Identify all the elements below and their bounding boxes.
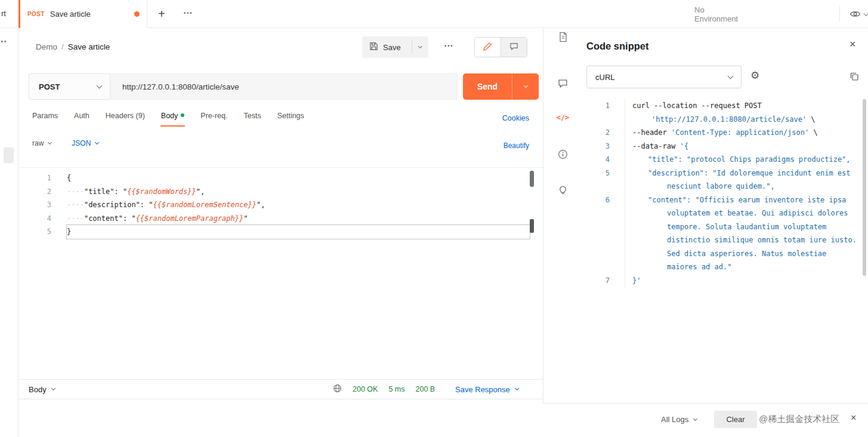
editor-scrollbar-thumb[interactable] <box>530 171 534 187</box>
snippet-scrollbar-thumb[interactable] <box>863 99 866 276</box>
code-line: 6"content": "Officiis earum inventore is… <box>582 193 860 274</box>
body-type-value: raw <box>32 139 44 147</box>
snippet-code[interactable]: 1curl --location --request POST 'http://… <box>582 99 860 287</box>
method-value: POST <box>39 82 97 91</box>
context-bar: </> <box>543 28 582 403</box>
watermark-close-icon[interactable]: × <box>851 413 856 423</box>
edit-comment-segmented-control <box>474 37 527 57</box>
chevron-down-icon <box>863 10 868 16</box>
snippet-lines: 1curl --location --request POST 'http://… <box>582 99 860 287</box>
code-snippet-panel: Code snippet × cURL ⚙ 1curl --location -… <box>582 28 868 403</box>
line-number: 5 <box>18 225 51 239</box>
sidebar-more-icon[interactable]: ••• <box>0 38 8 45</box>
code-snippet-icon[interactable]: </> <box>543 113 582 122</box>
line-content: } <box>67 225 530 239</box>
chevron-down-icon <box>693 416 697 420</box>
line-number: 4 <box>18 212 51 226</box>
body-format-select[interactable]: JSON <box>72 139 98 147</box>
snippet-language-select[interactable]: cURL <box>586 66 742 88</box>
line-number: 3 <box>18 198 51 212</box>
documentation-icon[interactable] <box>543 32 582 42</box>
method-select[interactable]: POST <box>29 73 110 100</box>
code-line: 2····"title": "{{$randomWords}}", <box>18 185 543 199</box>
save-response-button[interactable]: Save Response <box>455 385 518 394</box>
send-options-button[interactable] <box>512 73 539 100</box>
lightbulb-icon[interactable] <box>543 184 582 195</box>
chevron-down-icon <box>95 140 99 144</box>
snippet-language-value: cURL <box>595 73 728 82</box>
line-number: 6 <box>582 193 625 274</box>
save-button[interactable]: Save <box>362 42 412 53</box>
line-number: 5 <box>582 167 625 193</box>
unsaved-indicator-dot <box>134 11 140 17</box>
body-editor[interactable]: 1{2····"title": "{{$randomWords}}",3····… <box>18 167 543 379</box>
tab-auth[interactable]: Auth <box>74 112 89 127</box>
response-body-label: Body <box>29 385 47 394</box>
tab-settings[interactable]: Settings <box>277 112 304 127</box>
edit-request-button[interactable] <box>475 38 501 57</box>
comment-button[interactable] <box>501 38 527 57</box>
info-icon[interactable] <box>543 149 582 159</box>
all-logs-label: All Logs <box>661 415 688 424</box>
response-body-select[interactable]: Body <box>29 385 55 394</box>
tab-body[interactable]: Body <box>161 112 185 127</box>
code-line: 2--header 'Content-Type: application/jso… <box>582 126 860 140</box>
request-more-actions-icon[interactable]: ••• <box>444 43 453 49</box>
request-tabs: Params Auth Headers (9) Body Pre-req. Te… <box>32 112 304 130</box>
code-line: 3--data-raw '{ <box>582 140 860 153</box>
line-number: 1 <box>582 99 625 126</box>
new-tab-button[interactable]: + <box>158 6 165 21</box>
sidebar-scrollbar-thumb[interactable] <box>4 147 14 163</box>
code-line: 4····"content": "{{$randomLoremParagraph… <box>18 212 543 226</box>
chevron-down-icon <box>51 386 55 390</box>
tab-tests[interactable]: Tests <box>243 112 261 127</box>
save-response-label: Save Response <box>455 385 510 394</box>
chevron-down-icon <box>515 386 519 390</box>
tabbar-more-icon[interactable]: ••• <box>184 10 193 16</box>
environment-eye-icon[interactable] <box>850 8 861 22</box>
line-content: { <box>67 171 543 185</box>
clipped-sidebar-text: rt <box>1 9 6 18</box>
save-options-button[interactable] <box>412 47 428 48</box>
left-sidebar-clipped: ••• <box>0 28 18 437</box>
tab-pre-request[interactable]: Pre-req. <box>200 112 227 127</box>
environment-selector[interactable]: No Environment <box>694 0 868 28</box>
save-button-group: Save <box>362 36 428 58</box>
copy-snippet-icon[interactable] <box>850 72 859 84</box>
response-status: 200 OK <box>353 385 378 393</box>
url-value: http://127.0.0.1:8080/article/save <box>122 82 239 91</box>
breadcrumb-separator: / <box>61 42 64 51</box>
editor-scrollbar-marker[interactable] <box>530 219 534 233</box>
body-present-dot <box>181 113 184 117</box>
line-content: curl --location --request POST 'http://1… <box>625 99 860 126</box>
breadcrumb-request: Save article <box>68 42 110 51</box>
save-button-label: Save <box>383 43 401 52</box>
line-number: 4 <box>582 153 625 167</box>
line-number: 2 <box>582 126 625 140</box>
close-panel-icon[interactable]: × <box>850 38 856 51</box>
snippet-settings-icon[interactable]: ⚙ <box>750 69 759 82</box>
send-button[interactable]: Send <box>463 73 512 100</box>
tab-params[interactable]: Params <box>32 112 58 127</box>
line-number: 3 <box>582 140 625 153</box>
code-line: 1curl --location --request POST 'http://… <box>582 99 860 126</box>
body-type-select[interactable]: raw <box>32 139 51 147</box>
send-button-group: Send <box>463 73 539 100</box>
line-content: ····"description": "{{$randomLoremSenten… <box>67 198 543 212</box>
tab-headers[interactable]: Headers (9) <box>106 112 145 127</box>
url-input[interactable]: http://127.0.0.1:8080/article/save <box>111 73 458 100</box>
line-content: ····"title": "{{$randomWords}}", <box>67 185 543 199</box>
line-content: "description": "Id doloremque incidunt e… <box>625 167 860 193</box>
code-line: 5} <box>18 225 543 239</box>
beautify-link[interactable]: Beautify <box>503 141 529 150</box>
request-tab[interactable]: POST Save article <box>18 0 147 28</box>
cookies-link[interactable]: Cookies <box>502 114 529 122</box>
line-content: }' <box>625 274 860 288</box>
comments-icon[interactable] <box>543 78 582 88</box>
body-type-options: raw JSON <box>32 139 98 147</box>
line-content: "content": "Officiis earum inventore ist… <box>625 193 860 274</box>
clear-button[interactable]: Clear <box>714 411 757 428</box>
all-logs-select[interactable]: All Logs <box>661 415 697 424</box>
breadcrumb-collection[interactable]: Demo <box>36 42 57 51</box>
chevron-down-icon <box>97 83 103 89</box>
